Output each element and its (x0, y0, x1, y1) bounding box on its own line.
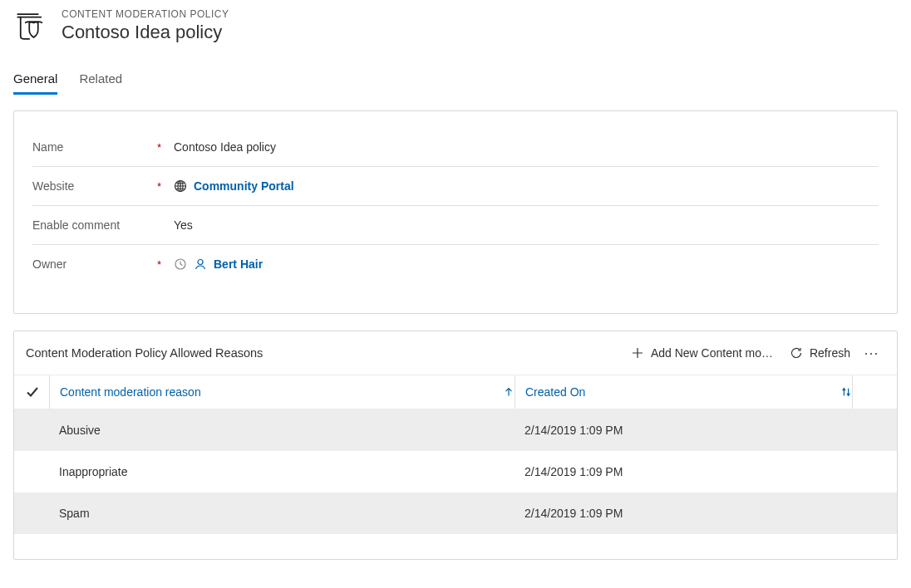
form-card: Name * Contoso Idea policy Website * Com… (13, 110, 898, 314)
field-enable-comment[interactable]: Enable comment Yes (32, 206, 879, 245)
owner-link[interactable]: Bert Hair (214, 257, 263, 271)
globe-icon (174, 179, 187, 193)
tab-general[interactable]: General (13, 66, 57, 95)
refresh-icon (790, 346, 803, 360)
field-website[interactable]: Website * Community Portal (32, 167, 879, 206)
refresh-button[interactable]: Refresh (781, 343, 859, 363)
table-row[interactable]: Spam 2/14/2019 1:09 PM (14, 492, 897, 534)
grid-header: Content moderation reason Created On (14, 375, 897, 409)
add-new-button[interactable]: Add New Content mo… (623, 343, 781, 363)
subgrid-title: Content Moderation Policy Allowed Reason… (26, 346, 623, 360)
shield-document-icon (13, 8, 48, 43)
cell-reason: Spam (49, 507, 515, 520)
cell-created: 2/14/2019 1:09 PM (515, 507, 872, 520)
plus-icon (631, 346, 644, 360)
add-new-label: Add New Content mo… (651, 346, 773, 360)
page-title: Contoso Idea policy (62, 22, 229, 43)
subgrid-allowed-reasons: Content Moderation Policy Allowed Reason… (13, 331, 898, 560)
entity-type-label: CONTENT MODERATION POLICY (62, 8, 229, 20)
name-value: Contoso Idea policy (174, 140, 276, 154)
required-mark: * (157, 141, 161, 154)
select-all-check-icon[interactable] (26, 385, 39, 399)
tab-related[interactable]: Related (79, 66, 122, 95)
cell-created: 2/14/2019 1:09 PM (515, 465, 872, 478)
tabs: General Related (13, 66, 898, 96)
owner-label: Owner (32, 257, 66, 271)
required-mark: * (157, 258, 161, 271)
website-link[interactable]: Community Portal (194, 179, 294, 193)
clock-icon (174, 257, 187, 271)
sort-both-icon (840, 386, 852, 398)
website-label: Website (32, 179, 74, 193)
name-label: Name (32, 140, 63, 154)
page-header: CONTENT MODERATION POLICY Contoso Idea p… (13, 8, 898, 43)
required-mark: * (157, 180, 161, 193)
cell-reason: Abusive (49, 424, 515, 437)
column-header-created[interactable]: Created On (515, 375, 852, 409)
field-owner[interactable]: Owner * Bert Hair (32, 245, 879, 283)
svg-point-3 (198, 260, 203, 265)
refresh-label: Refresh (810, 346, 850, 360)
person-icon (194, 257, 207, 271)
table-row[interactable]: Abusive 2/14/2019 1:09 PM (14, 409, 897, 451)
table-row[interactable]: Inappropriate 2/14/2019 1:09 PM (14, 451, 897, 492)
column-header-reason[interactable]: Content moderation reason (49, 375, 515, 409)
cell-created: 2/14/2019 1:09 PM (515, 424, 872, 437)
sort-asc-icon (503, 386, 515, 398)
enable-comment-value: Yes (174, 218, 193, 232)
more-commands-button[interactable]: ⋯ (859, 341, 885, 365)
field-name[interactable]: Name * Contoso Idea policy (32, 128, 879, 167)
enable-comment-label: Enable comment (32, 218, 120, 232)
cell-reason: Inappropriate (49, 465, 515, 478)
